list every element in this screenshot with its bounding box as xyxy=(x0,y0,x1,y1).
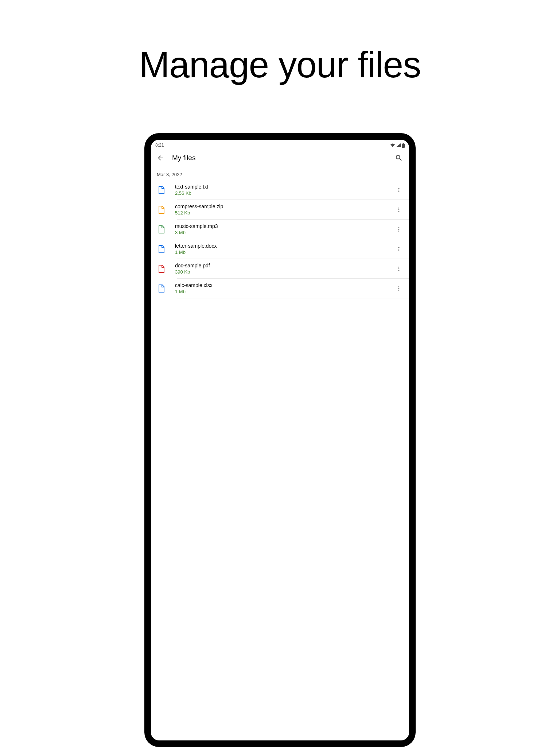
svg-point-4 xyxy=(398,191,400,192)
file-row[interactable]: music-sample.mp33 Mb xyxy=(151,220,409,239)
file-name: text-sample.txt xyxy=(175,184,385,190)
app-title: My files xyxy=(172,154,386,162)
more-button[interactable] xyxy=(394,284,403,293)
more-vert-icon xyxy=(396,266,402,272)
more-button[interactable] xyxy=(394,225,403,234)
file-name: music-sample.mp3 xyxy=(175,223,385,229)
svg-point-14 xyxy=(398,267,400,268)
svg-point-11 xyxy=(398,247,400,248)
svg-point-12 xyxy=(398,248,400,249)
app-bar: My files xyxy=(151,148,409,167)
svg-point-6 xyxy=(398,209,400,210)
svg-point-16 xyxy=(398,270,400,271)
more-button[interactable] xyxy=(394,205,403,214)
file-row[interactable]: compress-sample.zip512 Kb xyxy=(151,200,409,219)
more-vert-icon xyxy=(396,187,402,193)
file-name: letter-sample.docx xyxy=(175,243,385,249)
svg-point-5 xyxy=(398,208,400,209)
more-vert-icon xyxy=(396,207,402,213)
svg-point-19 xyxy=(398,290,400,291)
tablet-frame: 8:21 My files Mar 3, 2022 text-sample.tx… xyxy=(144,133,416,747)
svg-point-17 xyxy=(398,286,400,287)
svg-point-2 xyxy=(398,188,400,189)
file-size: 1 Mb xyxy=(175,289,385,294)
file-icon xyxy=(157,205,166,214)
file-size: 2,56 Kb xyxy=(175,190,385,196)
more-vert-icon xyxy=(396,227,402,232)
file-size: 512 Kb xyxy=(175,210,385,216)
more-vert-icon xyxy=(396,286,402,291)
file-row[interactable]: letter-sample.docx1 Mb xyxy=(151,239,409,259)
file-size: 3 Mb xyxy=(175,230,385,235)
date-header: Mar 3, 2022 xyxy=(151,167,409,180)
more-button[interactable] xyxy=(394,264,403,273)
svg-point-8 xyxy=(398,227,400,228)
wifi-icon xyxy=(390,143,395,147)
file-icon xyxy=(157,225,166,234)
file-name: calc-sample.xlsx xyxy=(175,282,385,288)
file-size: 1 Mb xyxy=(175,249,385,255)
file-icon xyxy=(157,264,166,273)
status-time: 8:21 xyxy=(155,143,164,148)
file-icon xyxy=(157,284,166,293)
more-button[interactable] xyxy=(394,186,403,194)
arrow-back-icon xyxy=(157,154,164,162)
file-info: letter-sample.docx1 Mb xyxy=(175,243,385,255)
file-name: doc-sample.pdf xyxy=(175,263,385,268)
file-info: compress-sample.zip512 Kb xyxy=(175,204,385,216)
file-icon xyxy=(157,186,166,194)
svg-point-3 xyxy=(398,189,400,190)
svg-point-9 xyxy=(398,229,400,230)
svg-point-18 xyxy=(398,288,400,289)
file-row[interactable]: calc-sample.xlsx1 Mb xyxy=(151,279,409,298)
file-info: text-sample.txt2,56 Kb xyxy=(175,184,385,196)
file-info: music-sample.mp33 Mb xyxy=(175,223,385,235)
status-icons xyxy=(390,143,405,148)
file-list: text-sample.txt2,56 Kbcompress-sample.zi… xyxy=(151,180,409,298)
divider xyxy=(177,298,409,298)
back-button[interactable] xyxy=(157,154,164,162)
status-bar: 8:21 xyxy=(151,140,409,148)
search-icon xyxy=(395,154,403,162)
more-button[interactable] xyxy=(394,245,403,253)
file-info: calc-sample.xlsx1 Mb xyxy=(175,282,385,294)
tablet-screen: 8:21 My files Mar 3, 2022 text-sample.tx… xyxy=(151,140,409,740)
file-row[interactable]: doc-sample.pdf390 Kb xyxy=(151,259,409,278)
search-button[interactable] xyxy=(394,154,403,162)
file-info: doc-sample.pdf390 Kb xyxy=(175,263,385,275)
battery-icon xyxy=(402,143,405,148)
svg-rect-1 xyxy=(403,143,404,144)
svg-point-10 xyxy=(398,231,400,232)
svg-point-13 xyxy=(398,250,400,251)
svg-point-15 xyxy=(398,268,400,269)
more-vert-icon xyxy=(396,246,402,252)
file-size: 390 Kb xyxy=(175,269,385,275)
svg-rect-0 xyxy=(402,144,405,148)
file-name: compress-sample.zip xyxy=(175,204,385,209)
signal-icon xyxy=(396,143,401,147)
file-row[interactable]: text-sample.txt2,56 Kb xyxy=(151,180,409,200)
page-headline: Manage your files xyxy=(0,0,560,86)
file-icon xyxy=(157,245,166,253)
svg-point-7 xyxy=(398,211,400,212)
